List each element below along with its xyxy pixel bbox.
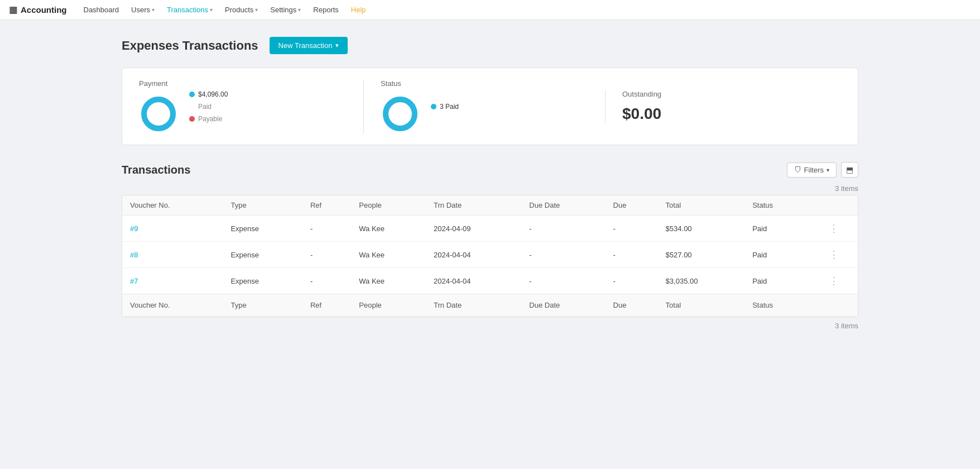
cell-status: Paid — [744, 268, 810, 294]
cell-voucher[interactable]: #9 — [122, 216, 223, 242]
table-row: #7 Expense - Wa Kee 2024-04-04 - - $3,03… — [122, 268, 858, 294]
table-row: #9 Expense - Wa Kee 2024-04-09 - - $534.… — [122, 216, 858, 242]
transactions-table: Voucher No. Type Ref People Trn Date Due… — [122, 195, 858, 317]
items-count-top: 3 items — [122, 184, 858, 193]
status-donut-svg — [381, 94, 420, 133]
cell-people: Wa Kee — [351, 216, 426, 242]
cell-voucher[interactable]: #8 — [122, 242, 223, 268]
cell-total: $527.00 — [658, 242, 745, 268]
footer-people: People — [351, 294, 426, 317]
row-actions-menu[interactable]: ⋮ — [810, 216, 858, 242]
cell-total: $3,035.00 — [658, 268, 745, 294]
cell-status: Paid — [744, 216, 810, 242]
cell-trn-date: 2024-04-04 — [426, 268, 521, 294]
col-total: Total — [658, 195, 745, 216]
payable-dot — [189, 116, 195, 122]
col-people: People — [351, 195, 426, 216]
new-transaction-label: New Transaction — [278, 41, 333, 50]
footer-status: Status — [744, 294, 810, 317]
voucher-link[interactable]: #8 — [130, 251, 138, 259]
cell-due-date: - — [521, 242, 605, 268]
filters-label: Filters — [804, 166, 824, 174]
brand: ▦ Accounting — [9, 4, 67, 15]
nav-item-help[interactable]: Help — [345, 2, 372, 17]
legend-status-paid: 3 Paid — [431, 103, 459, 111]
nav-item-products[interactable]: Products ▾ — [219, 2, 263, 17]
chevron-down-icon: ▾ — [298, 7, 301, 13]
transactions-header: Transactions ⛉ Filters ▾ ⬒ — [122, 162, 858, 178]
transactions-title: Transactions — [122, 164, 190, 176]
cell-due: - — [606, 242, 658, 268]
main-content: Expenses Transactions New Transaction ▾ … — [99, 20, 881, 347]
chevron-down-icon: ▾ — [210, 7, 213, 13]
transactions-table-wrapper: Voucher No. Type Ref People Trn Date Due… — [122, 195, 858, 317]
legend-paid-label: Paid — [189, 103, 228, 111]
new-transaction-button[interactable]: New Transaction ▾ — [270, 37, 348, 54]
page-title: Expenses Transactions — [122, 39, 258, 53]
chevron-down-icon: ▾ — [827, 167, 829, 173]
cell-total: $534.00 — [658, 216, 745, 242]
footer-total: Total — [658, 294, 745, 317]
nav-item-transactions[interactable]: Transactions ▾ — [161, 2, 218, 17]
footer-ref: Ref — [302, 294, 351, 317]
col-actions — [810, 195, 858, 216]
nav-item-dashboard[interactable]: Dashboard — [78, 2, 125, 17]
voucher-link[interactable]: #7 — [130, 277, 138, 285]
row-actions-menu[interactable]: ⋮ — [810, 242, 858, 268]
nav-item-users[interactable]: Users ▾ — [126, 2, 160, 17]
cell-type: Expense — [223, 242, 302, 268]
cell-trn-date: 2024-04-09 — [426, 216, 521, 242]
status-legend: 3 Paid — [431, 103, 459, 111]
outstanding-section: Outstanding $0.00 — [605, 90, 841, 123]
payment-donut — [139, 94, 178, 133]
nav-item-reports[interactable]: Reports — [308, 2, 344, 17]
svg-point-4 — [386, 99, 415, 128]
navbar: ▦ Accounting Dashboard Users ▾ Transacti… — [0, 0, 980, 20]
cell-due: - — [606, 268, 658, 294]
cell-trn-date: 2024-04-04 — [426, 242, 521, 268]
payment-label: Payment — [139, 79, 178, 88]
legend-paid: $4,096.00 — [189, 90, 228, 98]
cell-type: Expense — [223, 216, 302, 242]
cell-ref: - — [302, 242, 351, 268]
summary-card: Payment $4,096.00 Paid — [122, 68, 858, 145]
status-paid-count: 3 Paid — [440, 103, 459, 111]
nav-item-settings[interactable]: Settings ▾ — [265, 2, 306, 17]
cell-type: Expense — [223, 268, 302, 294]
col-trn-date: Trn Date — [426, 195, 521, 216]
cell-voucher[interactable]: #7 — [122, 268, 223, 294]
row-actions-menu[interactable]: ⋮ — [810, 268, 858, 294]
cell-status: Paid — [744, 242, 810, 268]
page-header: Expenses Transactions New Transaction ▾ — [122, 37, 858, 54]
export-icon: ⬒ — [846, 165, 853, 174]
chevron-down-icon: ▾ — [335, 42, 339, 49]
footer-voucher: Voucher No. — [122, 294, 223, 317]
cell-due-date: - — [521, 268, 605, 294]
cell-due: - — [606, 216, 658, 242]
outstanding-label: Outstanding — [622, 90, 661, 98]
export-button[interactable]: ⬒ — [841, 162, 858, 178]
status-label: Status — [381, 79, 420, 88]
paid-amount: $4,096.00 — [198, 90, 228, 98]
payment-donut-svg — [139, 94, 178, 133]
table-footer-row: Voucher No. Type Ref People Trn Date Due… — [122, 294, 858, 317]
filters-button[interactable]: ⛉ Filters ▾ — [787, 162, 837, 178]
outstanding-value: $0.00 — [622, 105, 661, 123]
status-paid-dot — [431, 104, 436, 109]
brand-icon: ▦ — [9, 4, 17, 15]
status-donut — [381, 94, 420, 133]
brand-name: Accounting — [21, 5, 67, 15]
paid-desc: Paid — [198, 103, 212, 111]
voucher-link[interactable]: #9 — [130, 224, 138, 233]
chevron-down-icon: ▾ — [152, 7, 155, 13]
legend-payable: Payable — [189, 115, 228, 123]
col-due-date: Due Date — [521, 195, 605, 216]
footer-due-date: Due Date — [521, 294, 605, 317]
items-count-bottom: 3 items — [122, 322, 858, 330]
footer-type: Type — [223, 294, 302, 317]
cell-people: Wa Kee — [351, 242, 426, 268]
col-voucher: Voucher No. — [122, 195, 223, 216]
col-status: Status — [744, 195, 810, 216]
col-ref: Ref — [302, 195, 351, 216]
footer-actions — [810, 294, 858, 317]
